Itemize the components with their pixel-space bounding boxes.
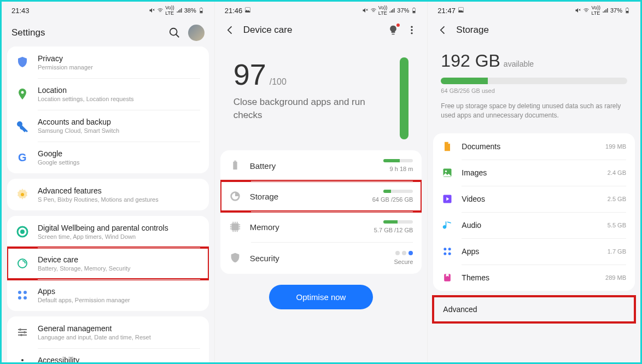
key-icon — [16, 119, 29, 132]
back-icon[interactable] — [437, 25, 448, 36]
page-title: Settings — [11, 27, 45, 38]
settings-row-accessibility[interactable]: Accessibility Voice Assistant, Mono audi… — [7, 348, 209, 362]
svg-point-28 — [411, 32, 413, 34]
page-title: Storage — [456, 25, 489, 36]
img-icon — [442, 167, 453, 178]
battery-icon — [198, 7, 205, 14]
svg-rect-32 — [231, 224, 238, 231]
svg-rect-4 — [201, 8, 202, 8]
row-sub: Google settings — [38, 159, 200, 166]
svg-rect-3 — [200, 11, 202, 13]
signal-icon — [176, 7, 183, 14]
storage-row-images[interactable]: Images 2.4 GB — [433, 160, 635, 186]
svg-point-17 — [24, 331, 26, 333]
status-bar: 21:46 Vo))LTE 37% — [215, 2, 428, 19]
a11y-icon — [16, 357, 29, 362]
storage-row-size: 2.5 GB — [608, 196, 626, 202]
svg-point-12 — [18, 291, 21, 294]
row-label: Apps — [38, 287, 200, 296]
signal-icon — [602, 7, 609, 14]
battery-pct: 38% — [184, 7, 196, 14]
apps-icon — [442, 246, 453, 257]
app-bar: Device care — [215, 19, 428, 41]
row-sub: Location settings, Location requests — [38, 96, 200, 102]
wifi-icon — [157, 7, 164, 14]
more-icon[interactable] — [406, 25, 417, 36]
row-sub: Permission manager — [38, 64, 200, 71]
care-row-label: Security — [250, 254, 386, 263]
row-label: Device care — [38, 255, 200, 264]
row-label: Digital Wellbeing and parental controls — [38, 224, 200, 232]
care-hero: 97 /100 Close background apps and run ch… — [220, 41, 422, 150]
svg-point-26 — [411, 26, 413, 28]
image-icon — [458, 7, 464, 13]
svg-line-6 — [176, 34, 179, 38]
storage-row-label: Audio — [462, 221, 598, 230]
storage-amount: 192 GB — [441, 51, 500, 71]
page-title: Device care — [243, 25, 293, 36]
settings-row-apps[interactable]: Apps Default apps, Permission manager — [7, 279, 209, 311]
settings-row-location[interactable]: Location Location settings, Location req… — [7, 78, 209, 110]
care-message: Close background apps and run checks — [234, 96, 395, 122]
wellbeing-icon — [16, 225, 29, 238]
pin-icon — [16, 87, 29, 101]
row-sub: Language and input, Date and time, Reset — [38, 334, 200, 340]
care-row-memory[interactable]: Memory 5.7 GB /12 GB — [220, 212, 422, 242]
battery-icon — [229, 160, 241, 172]
svg-point-45 — [448, 252, 451, 255]
row-sub: Samsung Cloud, Smart Switch — [38, 127, 200, 134]
svg-rect-24 — [413, 11, 415, 13]
settings-row-accounts-and-backup[interactable]: Accounts and backup Samsung Cloud, Smart… — [7, 110, 209, 142]
back-icon[interactable] — [225, 25, 236, 36]
svg-point-16 — [19, 328, 21, 331]
storage-row-size: 289 MB — [605, 274, 626, 281]
storage-row-label: Documents — [462, 142, 597, 151]
care-row-label: Battery — [250, 161, 375, 171]
svg-text:G: G — [18, 151, 27, 163]
battery-icon — [624, 7, 631, 14]
status-time: 21:43 — [11, 7, 30, 15]
settings-row-digital-wellbeing-and-parental-controls[interactable]: Digital Wellbeing and parental controls … — [7, 216, 209, 248]
storage-bar — [441, 78, 627, 84]
tips-icon[interactable] — [388, 25, 399, 36]
storage-row-size: 1.7 GB — [608, 248, 626, 255]
search-icon[interactable] — [168, 27, 180, 39]
settings-row-general-management[interactable]: General management Language and input, D… — [7, 316, 209, 348]
storage-row-videos[interactable]: Videos 2.5 GB — [433, 186, 635, 212]
storage-row-documents[interactable]: Documents 199 MB — [433, 133, 635, 160]
care-row-security[interactable]: Security Secure — [220, 242, 422, 274]
row-label: Google — [38, 149, 200, 158]
storage-advanced[interactable]: Advanced — [433, 296, 635, 322]
care-score-bar — [400, 57, 408, 139]
care-score-max: /100 — [270, 77, 287, 87]
avatar[interactable] — [188, 25, 205, 41]
app-bar: Settings — [2, 19, 214, 46]
settings-row-advanced-features[interactable]: Advanced features S Pen, Bixby Routines,… — [7, 179, 209, 210]
battery-pct: 37% — [397, 7, 409, 14]
svg-point-40 — [445, 170, 447, 172]
mute-icon — [362, 7, 369, 14]
grid-icon — [16, 289, 29, 302]
care-row-storage[interactable]: Storage 64 GB /256 GB — [220, 181, 422, 212]
settings-row-device-care[interactable]: Device care Battery, Storage, Memory, Se… — [7, 248, 209, 279]
settings-row-privacy[interactable]: Privacy Permission manager — [7, 46, 209, 78]
storage-row-apps[interactable]: Apps 1.7 GB — [433, 238, 635, 265]
status-icons: Vo))LTE 37% — [575, 5, 631, 16]
optimise-button[interactable]: Optimise now — [269, 285, 373, 309]
svg-point-5 — [170, 28, 177, 36]
storage-row-size: 5.5 GB — [608, 222, 626, 228]
svg-point-14 — [18, 296, 21, 300]
storage-row-audio[interactable]: Audio 5.5 GB — [433, 212, 635, 238]
wifi-icon — [583, 7, 590, 14]
status-bar: 21:47 Vo))LTE 37% — [428, 2, 640, 19]
storage-row-themes[interactable]: Themes 289 MB — [433, 265, 635, 291]
settings-row-google[interactable]: G Google Google settings — [7, 142, 209, 173]
shield-icon — [16, 56, 29, 69]
status-time: 21:46 — [225, 7, 243, 15]
google-icon: G — [16, 151, 29, 164]
storage-tip: Free up storage space by deleting unused… — [441, 102, 627, 120]
image-icon — [244, 7, 251, 13]
care-row-battery[interactable]: Battery 9 h 18 m — [220, 150, 422, 181]
svg-point-10 — [20, 230, 25, 234]
battery-icon — [411, 7, 417, 14]
